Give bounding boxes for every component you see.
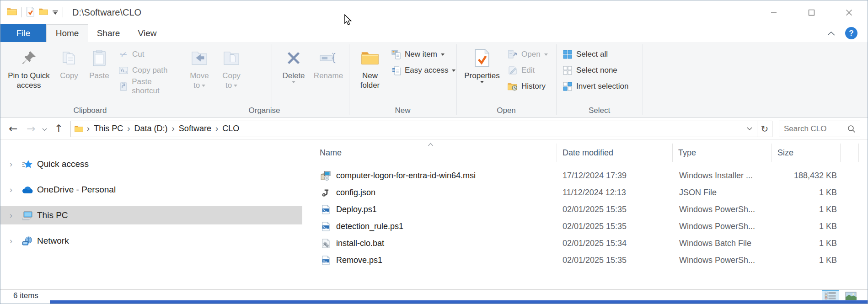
rename-button[interactable]: Rename — [311, 44, 346, 80]
address-dropdown-icon[interactable] — [742, 121, 757, 137]
paste-shortcut-label: Paste shortcut — [132, 77, 180, 96]
expander-chevron-icon[interactable]: › — [10, 185, 12, 195]
qat-new-folder-icon[interactable] — [39, 8, 48, 17]
easy-access-button[interactable]: Easy access — [391, 63, 455, 78]
file-name: detection_rule.ps1 — [336, 222, 403, 231]
column-header-type[interactable]: Type — [673, 144, 772, 162]
table-row[interactable]: computer-logon-for-entra-id-win64.msi 17… — [311, 167, 868, 184]
new-item-button[interactable]: New item — [391, 47, 445, 62]
properties-label: Properties — [464, 71, 499, 83]
status-bar: 6 items — [0, 289, 868, 301]
file-date: 02/01/2025 15:35 — [557, 205, 673, 214]
close-button[interactable] — [830, 0, 868, 24]
file-size: 1 KB — [772, 188, 841, 197]
breadcrumb-clo[interactable]: CLO — [219, 124, 242, 133]
tab-view[interactable]: View — [129, 24, 166, 42]
select-none-button[interactable]: Select none — [563, 63, 617, 78]
minimize-button[interactable] — [755, 0, 793, 24]
column-header-extra[interactable] — [841, 144, 859, 162]
thumbnail-view-button[interactable] — [842, 290, 859, 301]
back-button[interactable]: ← — [9, 123, 17, 134]
titlebar: D:\Software\CLO — [0, 0, 868, 24]
select-all-button[interactable]: Select all — [563, 47, 608, 62]
details-view-button[interactable] — [822, 290, 839, 301]
maximize-button[interactable] — [793, 0, 830, 24]
qat-customize-dropdown-icon[interactable] — [53, 11, 58, 15]
help-button[interactable]: ? — [845, 27, 857, 39]
dropdown-arrow-icon — [480, 81, 484, 83]
minimize-ribbon-icon[interactable] — [827, 29, 835, 37]
qat-properties-icon[interactable] — [27, 7, 34, 18]
sidebar-item-onedrive[interactable]: › OneDrive - Personal — [0, 181, 302, 199]
table-row[interactable]: Remove.ps1 02/01/2025 15:35 Windows Powe… — [311, 252, 868, 269]
new-folder-button[interactable]: New folder — [354, 44, 386, 90]
file-date: 02/01/2025 15:34 — [557, 239, 673, 248]
recent-locations-chevron-icon[interactable] — [42, 125, 47, 133]
properties-icon — [475, 47, 489, 69]
history-icon — [508, 81, 518, 91]
table-row[interactable]: Deploy.ps1 02/01/2025 15:35 Windows Powe… — [311, 201, 868, 218]
group-clipboard: Pin to Quick access Copy Paste ✂ Cut — [0, 42, 180, 117]
file-size: 1 KB — [772, 205, 841, 214]
tab-home[interactable]: Home — [46, 24, 88, 42]
json-file-icon — [320, 188, 332, 197]
delete-icon — [286, 47, 301, 69]
copy-to-button[interactable]: Copy to — [218, 44, 245, 90]
table-row[interactable]: config.json 11/12/2024 12:13 JSON File 1… — [311, 184, 868, 201]
pin-icon — [21, 47, 37, 69]
column-headers: Name Date modified Type Size — [311, 144, 859, 162]
search-icon[interactable] — [847, 125, 856, 133]
breadcrumb-chevron-icon: › — [86, 123, 91, 134]
paste-button[interactable]: Paste — [85, 44, 114, 80]
address-bar[interactable]: › This PC › Data (D:) › Software › CLO ↻ — [70, 121, 772, 137]
invert-selection-icon — [563, 81, 573, 91]
network-icon — [21, 236, 33, 246]
cut-button[interactable]: ✂ Cut — [118, 47, 144, 62]
copy-button[interactable]: Copy — [55, 44, 83, 80]
items-count: 6 items — [13, 291, 38, 300]
properties-button[interactable]: Properties — [461, 44, 503, 83]
column-header-date-modified[interactable]: Date modified — [557, 144, 673, 162]
edit-icon — [508, 65, 518, 75]
rename-label: Rename — [314, 71, 343, 80]
breadcrumb-software[interactable]: Software — [176, 124, 214, 133]
file-size: 1 KB — [772, 239, 841, 248]
expander-chevron-icon[interactable]: › — [10, 160, 12, 169]
sidebar-item-quick-access[interactable]: › Quick access — [0, 155, 302, 173]
up-button[interactable]: ↑ — [54, 123, 63, 134]
breadcrumb-data-d[interactable]: Data (D:) — [131, 124, 171, 133]
copy-to-icon — [223, 47, 240, 69]
breadcrumb-this-pc[interactable]: This PC — [91, 124, 126, 133]
sidebar-item-network[interactable]: › Network — [0, 232, 302, 250]
open-button[interactable]: Open — [508, 47, 548, 62]
pin-to-quick-access-button[interactable]: Pin to Quick access — [4, 44, 54, 90]
delete-button[interactable]: Delete — [278, 44, 310, 83]
refresh-button[interactable]: ↻ — [757, 121, 772, 137]
new-folder-icon — [361, 47, 379, 69]
search-input[interactable] — [779, 124, 847, 133]
column-header-name[interactable]: Name — [311, 144, 557, 162]
column-header-size[interactable]: Size — [772, 144, 841, 162]
invert-selection-button[interactable]: Invert selection — [563, 79, 628, 94]
file-type: JSON File — [673, 188, 772, 197]
delete-label: Delete — [282, 71, 305, 83]
new-folder-label: New folder — [354, 71, 386, 90]
tab-file[interactable]: File — [0, 24, 46, 42]
table-row[interactable]: detection_rule.ps1 02/01/2025 15:35 Wind… — [311, 218, 868, 235]
sidebar-item-this-pc[interactable]: › This PC — [0, 206, 302, 224]
new-item-label: New item — [405, 50, 437, 59]
edit-button[interactable]: Edit — [508, 63, 535, 78]
move-to-button[interactable]: Move to — [186, 44, 213, 90]
history-button[interactable]: History — [508, 79, 546, 94]
expander-chevron-icon[interactable]: › — [10, 211, 12, 220]
copy-path-button[interactable]: Copy path — [118, 63, 168, 78]
group-select: Select all Select none Invert selection … — [556, 42, 643, 117]
tab-share[interactable]: Share — [88, 24, 129, 42]
table-row[interactable]: install-clo.bat 02/01/2025 15:34 Windows… — [311, 235, 868, 252]
paste-shortcut-button[interactable]: Paste shortcut — [118, 79, 180, 94]
file-date: 02/01/2025 15:35 — [557, 222, 673, 231]
forward-button[interactable]: → — [27, 123, 35, 134]
history-label: History — [521, 82, 546, 91]
expander-chevron-icon[interactable]: › — [10, 236, 12, 246]
group-inner-separator — [272, 44, 272, 115]
